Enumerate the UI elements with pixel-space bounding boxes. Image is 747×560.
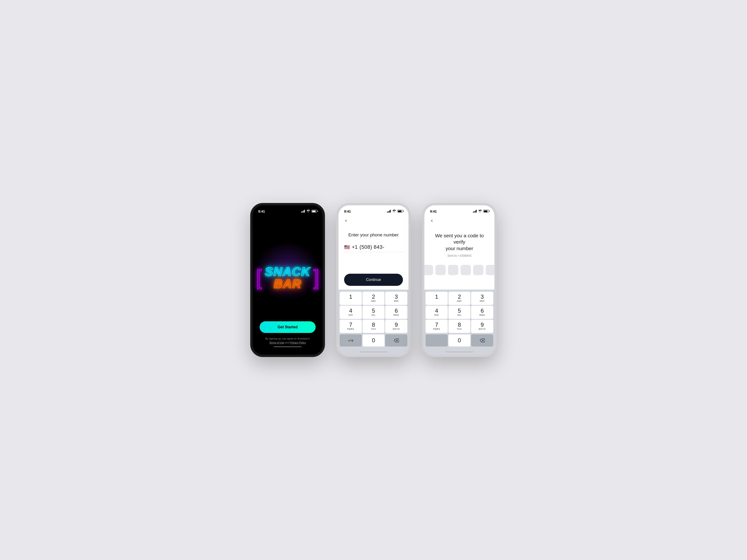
privacy-policy-link[interactable]: Privacy Policy: [290, 341, 306, 344]
key-2[interactable]: 2ABC: [363, 292, 385, 305]
logo-wrapper: [ SNACK BAR ]: [260, 266, 315, 290]
numpad-2: 1 2ABC 3DEF 4GHI 5JKL 6MNO 7PQRS 8TUV 9W…: [338, 290, 409, 355]
status-bar-3: 9:41: [424, 205, 494, 216]
status-bar-2: 9:41: [338, 205, 409, 216]
back-button-3[interactable]: ‹: [428, 216, 436, 224]
battery-icon-2: [397, 210, 403, 213]
key-7[interactable]: 7PQRS: [340, 320, 362, 333]
phone-2: 9:41: [336, 203, 411, 357]
key-4[interactable]: 4GHI: [340, 306, 362, 319]
status-time-2: 9:41: [344, 209, 351, 213]
code-box-5[interactable]: [473, 265, 484, 275]
home-indicator-2: [360, 351, 387, 352]
signal-icon-1: [301, 210, 305, 213]
phone-number-display: (508) 843-: [360, 244, 384, 250]
key-5[interactable]: 5JKL: [363, 306, 385, 319]
splash-screen: [ SNACK BAR ] Get Started By signing up,…: [253, 216, 323, 355]
bracket-right: ]: [313, 266, 319, 290]
code-boxes: [423, 265, 496, 275]
delete-icon-3: [480, 339, 485, 342]
phone-entry-title: Enter your phone number: [344, 232, 403, 238]
numpad-grid-3: 1 2ABC 3DEF 4GHI 5JKL 6MNO 7PQRS 8TUV 9W…: [424, 290, 494, 334]
status-time-1: 9:41: [258, 209, 265, 213]
numpad-bottom-row-2: +*# 0: [338, 334, 409, 349]
key-7-v[interactable]: 7PQRS: [426, 320, 448, 333]
code-box-3[interactable]: [448, 265, 458, 275]
phone-input-row[interactable]: 🇺🇸 +1 (508) 843-: [344, 244, 403, 252]
get-started-button[interactable]: Get Started: [260, 321, 316, 333]
numpad-bottom-row-3: 0: [424, 334, 494, 349]
verify-title: We sent you a code to verify your number: [430, 232, 489, 251]
code-box-2[interactable]: [435, 265, 446, 275]
delete-icon-2: [394, 339, 399, 342]
key-3-v[interactable]: 3DEF: [471, 292, 493, 305]
wifi-icon-1: [306, 210, 310, 213]
verify-top: We sent you a code to verify your number…: [424, 224, 494, 290]
key-9-v[interactable]: 9WXYZ: [471, 320, 493, 333]
terms-text: By signing up, you agree to Snackbar's T…: [262, 337, 313, 344]
battery-icon-1: [311, 210, 317, 213]
key-special-3[interactable]: [426, 335, 448, 347]
bracket-left: [: [256, 266, 262, 290]
phone-3: 9:41: [422, 203, 497, 357]
code-box-1[interactable]: [423, 265, 433, 275]
terms-of-use-link[interactable]: Terms of Use: [269, 341, 284, 344]
continue-button[interactable]: Continue: [344, 274, 403, 286]
key-special-2[interactable]: +*#: [340, 335, 362, 347]
verify-screen: ‹ We sent you a code to verify your numb…: [424, 216, 494, 355]
key-1-v[interactable]: 1: [426, 292, 448, 305]
code-box-4[interactable]: [461, 265, 471, 275]
key-delete-2[interactable]: [385, 335, 407, 347]
phone-1: 9:41: [250, 203, 325, 357]
status-icons-2: [387, 210, 403, 213]
key-4-v[interactable]: 4GHI: [426, 306, 448, 319]
key-8[interactable]: 8TUV: [363, 320, 385, 333]
key-6[interactable]: 6MNO: [385, 306, 407, 319]
key-5-v[interactable]: 5JKL: [448, 306, 471, 319]
flag-emoji: 🇺🇸: [344, 244, 350, 250]
bar-text: BAR: [265, 278, 310, 290]
key-1[interactable]: 1: [340, 292, 362, 305]
key-8-v[interactable]: 8TUV: [448, 320, 471, 333]
status-icons-3: [473, 210, 489, 213]
key-zero-3[interactable]: 0: [448, 335, 471, 347]
code-box-6[interactable]: [486, 265, 496, 275]
wifi-icon-3: [478, 210, 482, 213]
home-indicator-1: [274, 346, 302, 347]
numpad-3: 1 2ABC 3DEF 4GHI 5JKL 6MNO 7PQRS 8TUV 9W…: [424, 290, 494, 355]
status-icons-1: [301, 210, 317, 213]
signal-icon-2: [387, 210, 391, 213]
key-zero-2[interactable]: 0: [363, 335, 385, 347]
numpad-grid-2: 1 2ABC 3DEF 4GHI 5JKL 6MNO 7PQRS 8TUV 9W…: [338, 290, 409, 334]
back-button-2[interactable]: ‹: [342, 216, 350, 224]
key-3[interactable]: 3DEF: [385, 292, 407, 305]
neon-logo: [ SNACK BAR ]: [260, 266, 315, 290]
country-code: +1: [352, 244, 358, 250]
phone-entry-screen: ‹ Enter your phone number 🇺🇸 +1 (508) 84…: [338, 216, 409, 355]
verify-subtitle: Sent to +1508843: [447, 254, 471, 257]
phone-entry-top: Enter your phone number 🇺🇸 +1 (508) 843-…: [338, 224, 409, 290]
key-2-v[interactable]: 2ABC: [448, 292, 471, 305]
home-indicator-3: [445, 351, 473, 352]
key-9[interactable]: 9WXYZ: [385, 320, 407, 333]
key-delete-3[interactable]: [471, 335, 493, 347]
signal-icon-3: [473, 210, 477, 213]
wifi-icon-2: [392, 210, 396, 213]
status-time-3: 9:41: [430, 209, 437, 213]
snack-text: SNACK: [265, 266, 310, 278]
battery-icon-3: [483, 210, 489, 213]
app-container: 9:41: [236, 189, 511, 371]
key-6-v[interactable]: 6MNO: [471, 306, 493, 319]
status-bar-1: 9:41: [253, 205, 323, 216]
